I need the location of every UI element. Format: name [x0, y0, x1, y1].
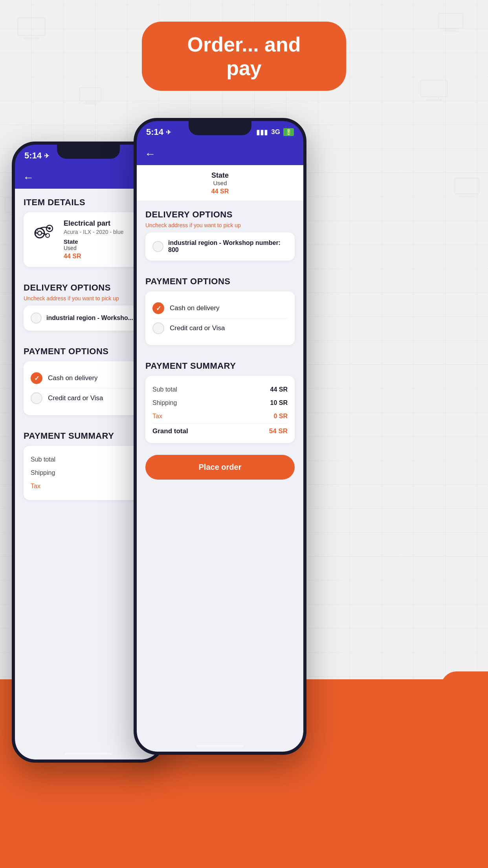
right-payment-options-section: PAYMENT OPTIONS Cash on delivery Credit …	[137, 268, 303, 352]
left-card-label: Credit card or Visa	[48, 394, 103, 402]
left-subtotal-row: Sub total	[31, 453, 146, 466]
right-grand-total-label: Grand total	[152, 427, 188, 435]
right-cash-label: Cash on delivery	[170, 304, 220, 312]
right-phone-content: State Used 44 SR DELIVERY OPTIONS Unchec…	[137, 165, 303, 752]
right-payment-options-title: PAYMENT OPTIONS	[145, 276, 295, 287]
right-delivery-section: DELIVERY OPTIONS Uncheck address if you …	[137, 201, 303, 268]
right-address-text: industrial region - Workshop number: 800	[168, 239, 288, 254]
right-phone-time: 5:14 ✈	[146, 127, 171, 137]
header-badge: Order... and pay	[142, 22, 346, 91]
right-location-icon: ✈	[166, 129, 171, 136]
right-phone-signal-icons: ▮▮▮ 3G 🔋	[256, 128, 294, 136]
left-payment-option-2[interactable]: Credit card or Visa	[31, 388, 146, 408]
right-subtotal-value: 44 SR	[270, 386, 288, 393]
svg-rect-9	[421, 80, 447, 97]
left-address-radio[interactable]	[31, 313, 42, 324]
right-phone-notch	[189, 121, 251, 135]
right-shipping-value: 10 SR	[270, 399, 288, 406]
right-subtotal-label: Sub total	[152, 386, 177, 393]
left-phone-notch	[57, 145, 120, 159]
left-payment-option-1[interactable]: Cash on delivery	[31, 368, 146, 388]
right-price-top: 44 SR	[144, 188, 296, 195]
right-subtotal-row: Sub total 44 SR	[152, 383, 288, 396]
header-title: Order... and pay	[187, 33, 301, 79]
svg-rect-2	[24, 38, 39, 39]
svg-point-19	[38, 231, 42, 235]
right-cash-radio[interactable]	[152, 302, 164, 314]
svg-rect-5	[443, 30, 458, 31]
left-phone-time: 5:14 ✈	[24, 151, 49, 161]
right-summary-card: Sub total 44 SR Shipping 10 SR Tax 0 SR …	[145, 376, 295, 443]
left-card-radio[interactable]	[31, 392, 42, 404]
right-payment-option-1[interactable]: Cash on delivery	[152, 298, 288, 318]
right-tax-label: Tax	[152, 413, 162, 420]
right-address-row: industrial region - Workshop number: 800	[152, 239, 288, 254]
left-shipping-label: Shipping	[31, 469, 55, 476]
right-card-label: Credit card or Visa	[170, 324, 225, 332]
right-top-state-card: State Used 44 SR	[137, 165, 303, 201]
left-item-icon	[31, 219, 58, 247]
right-grand-total-row: Grand total 54 SR	[152, 423, 288, 436]
right-battery-icon: 🔋	[283, 128, 294, 136]
place-order-button[interactable]: Place order	[145, 455, 295, 480]
svg-point-22	[46, 234, 50, 237]
left-tax-label: Tax	[31, 483, 40, 490]
right-home-indicator	[196, 745, 244, 747]
left-tax-row: Tax	[31, 480, 146, 493]
left-address-text: industrial region - Worksho...	[46, 314, 133, 322]
right-shipping-label: Shipping	[152, 399, 177, 406]
svg-rect-3	[438, 13, 463, 28]
right-signal-bars: ▮▮▮	[256, 128, 268, 136]
left-item-row: Electrical part Acura - ILX - 2020 - blu…	[31, 219, 146, 260]
right-tax-value: 0 SR	[273, 413, 288, 420]
right-phone-header: ←	[137, 143, 303, 165]
svg-rect-0	[18, 18, 45, 35]
right-signal-type: 3G	[271, 128, 280, 136]
svg-rect-8	[84, 103, 97, 104]
right-state-value-top: Used	[144, 180, 296, 186]
left-cash-radio[interactable]	[31, 372, 42, 384]
right-delivery-title: DELIVERY OPTIONS	[145, 210, 295, 220]
left-address-row: industrial region - Worksho...	[31, 313, 146, 324]
right-phone: 5:14 ✈ ▮▮▮ 3G 🔋 ← State Used 44 SR DELIV	[134, 118, 306, 755]
right-state-label-top: State	[144, 171, 296, 180]
right-back-button[interactable]: ←	[145, 148, 156, 160]
right-address-radio[interactable]	[152, 241, 163, 252]
svg-rect-11	[426, 99, 442, 100]
right-summary-title: PAYMENT SUMMARY	[145, 361, 295, 371]
location-icon: ✈	[44, 152, 49, 160]
right-grand-total-value: 54 SR	[269, 427, 288, 435]
right-payment-option-2[interactable]: Credit card or Visa	[152, 318, 288, 338]
right-address-card: industrial region - Workshop number: 800	[145, 232, 295, 261]
right-shipping-row: Shipping 10 SR	[152, 396, 288, 410]
back-button[interactable]: ←	[23, 171, 34, 184]
right-delivery-subtitle: Uncheck address if you want to pick up	[145, 222, 295, 228]
left-home-indicator	[65, 753, 112, 755]
left-cash-label: Cash on delivery	[48, 374, 98, 382]
right-summary-section: PAYMENT SUMMARY Sub total 44 SR Shipping…	[137, 352, 303, 450]
phones-container: 5:14 ✈ ▮▮▮ ← ITEM DETAILS	[0, 118, 488, 786]
right-tax-row: Tax 0 SR	[152, 410, 288, 423]
left-shipping-row: Shipping	[31, 466, 146, 480]
left-subtotal-label: Sub total	[31, 456, 55, 463]
svg-rect-6	[80, 88, 101, 101]
right-payment-options-card: Cash on delivery Credit card or Visa	[145, 291, 295, 345]
right-card-radio[interactable]	[152, 322, 164, 334]
